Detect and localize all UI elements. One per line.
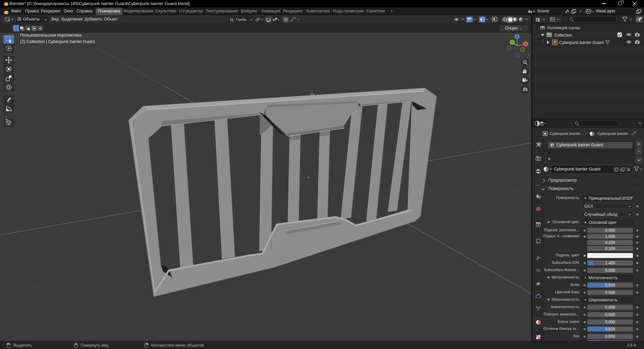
svg-text:Z: Z xyxy=(516,35,518,38)
svg-text:(2) Collection | Cyberpunk bar: (2) Collection | Cyberpunk barrier Guard xyxy=(20,39,95,44)
svg-text:X: X xyxy=(525,42,527,46)
svg-text:Y: Y xyxy=(511,40,513,44)
svg-text:Пользовательская перспектива: Пользовательская перспектива xyxy=(20,33,82,38)
svg-text:‹: ‹ xyxy=(528,52,530,57)
